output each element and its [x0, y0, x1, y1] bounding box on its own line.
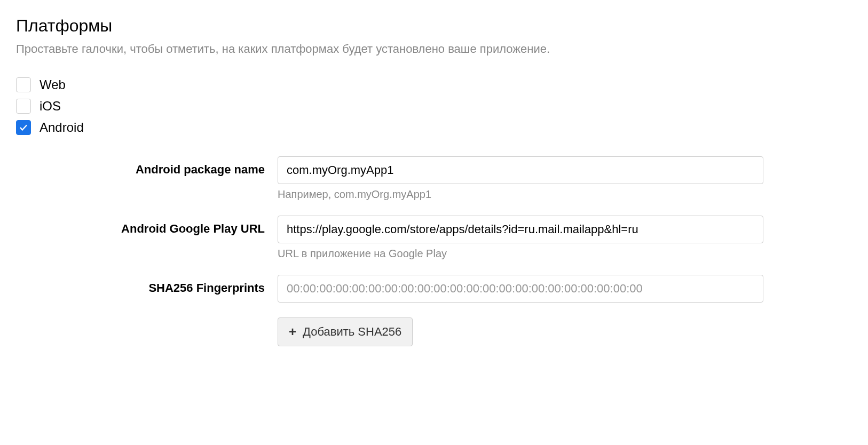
platform-checkbox-list: Web iOS Android	[16, 77, 852, 135]
add-sha256-button-label: Добавить SHA256	[303, 325, 401, 339]
label-play-url: Android Google Play URL	[16, 216, 278, 236]
input-sha256[interactable]	[278, 275, 763, 303]
checkbox-label-web: Web	[40, 77, 66, 92]
checkbox-web[interactable]	[16, 77, 31, 92]
form-row-sha256: SHA256 Fingerprints	[16, 275, 852, 303]
plus-icon: +	[289, 324, 296, 339]
add-sha256-button[interactable]: + Добавить SHA256	[278, 317, 413, 346]
platform-row-ios: iOS	[16, 99, 852, 114]
platform-row-android: Android	[16, 120, 852, 135]
input-package-name[interactable]	[278, 156, 763, 184]
check-icon	[19, 123, 28, 132]
page-title: Платформы	[16, 16, 852, 36]
checkbox-label-ios: iOS	[40, 99, 61, 114]
label-package-name: Android package name	[16, 156, 278, 177]
page-subtitle: Проставьте галочки, чтобы отметить, на к…	[16, 42, 852, 56]
checkbox-android[interactable]	[16, 120, 31, 135]
checkbox-ios[interactable]	[16, 99, 31, 114]
platform-row-web: Web	[16, 77, 852, 92]
hint-package-name: Например, com.myOrg.myApp1	[278, 188, 763, 201]
hint-play-url: URL в приложение на Google Play	[278, 248, 763, 260]
checkbox-label-android: Android	[40, 120, 84, 135]
label-sha256: SHA256 Fingerprints	[16, 275, 278, 295]
form-row-play-url: Android Google Play URL URL в приложение…	[16, 216, 852, 260]
form-row-package-name: Android package name Например, com.myOrg…	[16, 156, 852, 201]
form-row-add-button: + Добавить SHA256	[16, 317, 852, 346]
input-play-url[interactable]	[278, 216, 763, 243]
